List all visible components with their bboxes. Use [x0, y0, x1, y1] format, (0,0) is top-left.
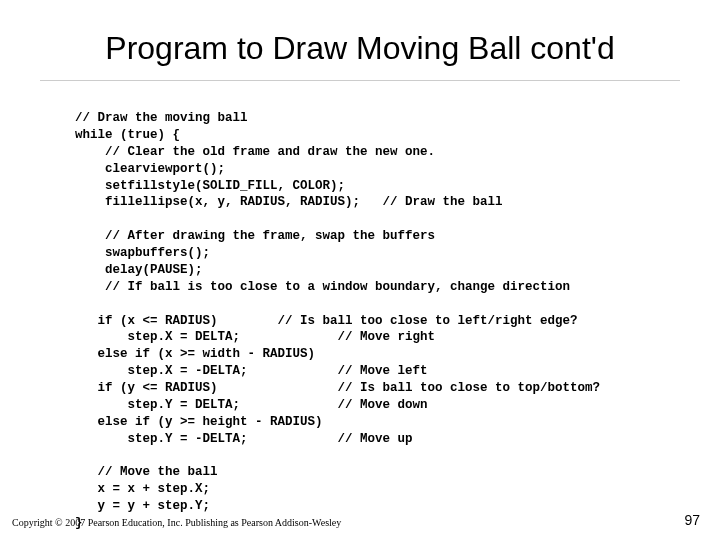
copyright-footer: Copyright © 2007 Pearson Education, Inc.…: [12, 517, 341, 528]
code-block: // Draw the moving ball while (true) { /…: [75, 110, 690, 532]
slide: Program to Draw Moving Ball cont'd // Dr…: [0, 0, 720, 540]
slide-title: Program to Draw Moving Ball cont'd: [0, 30, 720, 67]
page-number: 97: [684, 512, 700, 528]
title-underline: [40, 80, 680, 81]
